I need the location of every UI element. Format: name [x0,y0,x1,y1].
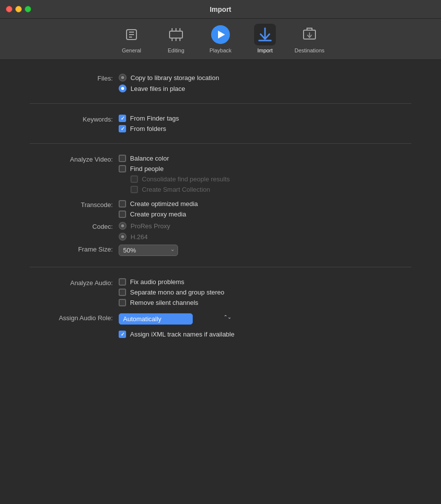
analyze-audio-section: Analyze Audio: Fix audio problems Separa… [30,278,411,306]
frame-size-select[interactable]: 50% 25% 100% [119,245,178,256]
balance-color-checkbox[interactable] [119,155,126,162]
consolidate-label: Consolidate find people results [142,175,230,183]
codec-prores-row: ProRes Proxy [119,222,170,230]
codec-row: Codec: ProRes Proxy H.264 [30,222,411,241]
smart-collection-checkbox[interactable] [131,186,138,193]
analyze-video-label: Analyze Video: [30,155,119,163]
codec-controls: ProRes Proxy H.264 [119,222,170,241]
audio-role-select-wrap: Automatically Dialog Music Effects [119,313,234,325]
fix-audio-row: Fix audio problems [119,278,224,286]
separate-mono-row: Separate mono and group stereo [119,289,224,296]
tab-general[interactable]: General [109,22,154,55]
remove-silent-label: Remove silent channels [130,299,198,306]
transcode-section: Transcode: Create optimized media Create… [30,200,411,256]
tab-import[interactable]: Import [243,22,287,55]
files-label: Files: [30,74,119,82]
minimize-button[interactable] [15,6,22,12]
transcode-controls: Create optimized media Create proxy medi… [119,200,198,218]
keywords-controls: From Finder tags From folders [119,115,179,132]
tab-import-label: Import [257,47,272,53]
files-leave-row: Leave files in place [119,84,219,92]
assign-ixml-row: Assign iXML track names if available [119,331,234,338]
window-title: Import [210,5,231,13]
import-icon [254,24,276,45]
optimized-media-label: Create optimized media [130,200,198,208]
files-leave-label: Leave files in place [131,85,185,92]
fix-audio-label: Fix audio problems [130,278,184,286]
files-copy-row: Copy to library storage location [119,74,219,82]
proxy-media-label: Create proxy media [130,210,186,218]
frame-size-controls: 50% 25% 100% [119,245,178,256]
files-copy-radio[interactable] [119,74,127,82]
tab-destinations[interactable]: Destinations [287,22,332,55]
files-leave-radio[interactable] [119,84,127,92]
frame-size-row: Frame Size: 50% 25% 100% [30,245,411,256]
codec-h264-row: H.264 [119,233,170,241]
assign-audio-role-controls: Automatically Dialog Music Effects Assig… [119,313,234,338]
separate-mono-checkbox[interactable] [119,289,126,296]
codec-prores-radio[interactable] [119,222,127,230]
smart-collection-row: Create Smart Collection [119,186,230,193]
keywords-row: Keywords: From Finder tags From folders [30,115,411,132]
fix-audio-checkbox[interactable] [119,278,126,286]
assign-ixml-checkbox[interactable] [119,331,126,338]
editing-icon [165,24,187,45]
find-people-label: Find people [130,165,164,172]
analyze-audio-controls: Fix audio problems Separate mono and gro… [119,278,224,306]
tab-destinations-label: Destinations [295,47,325,53]
files-copy-label: Copy to library storage location [131,74,219,82]
divider-1 [30,103,411,104]
codec-prores-label: ProRes Proxy [131,222,170,230]
balance-color-label: Balance color [130,155,169,162]
divider-3 [30,267,411,267]
remove-silent-row: Remove silent channels [119,299,224,306]
files-row: Files: Copy to library storage location … [30,74,411,92]
tab-playback[interactable]: Playback [198,22,243,55]
divider-2 [30,143,411,144]
toolbar: General Editing Playback [0,19,441,60]
assign-ixml-label: Assign iXML track names if available [130,331,234,338]
keywords-finder-checkbox[interactable] [119,115,126,122]
balance-color-row: Balance color [119,155,230,162]
consolidate-row: Consolidate find people results [119,175,230,183]
audio-role-select[interactable]: Automatically Dialog Music Effects [119,313,193,325]
keywords-finder-row: From Finder tags [119,115,179,122]
general-icon [121,24,142,45]
separate-mono-label: Separate mono and group stereo [130,289,224,296]
consolidate-checkbox[interactable] [131,175,138,183]
codec-h264-radio[interactable] [119,233,127,241]
transcode-row: Transcode: Create optimized media Create… [30,200,411,218]
title-bar: Import [0,0,441,19]
proxy-media-row: Create proxy media [119,210,198,218]
keywords-folders-label: From folders [130,125,166,132]
analyze-video-controls: Balance color Find people Consolidate fi… [119,155,230,193]
main-content: Files: Copy to library storage location … [0,60,441,504]
proxy-media-checkbox[interactable] [119,210,126,218]
assign-audio-role-section: Assign Audio Role: Automatically Dialog … [30,313,411,338]
files-section: Files: Copy to library storage location … [30,74,411,92]
keywords-folders-checkbox[interactable] [119,125,126,132]
analyze-video-row: Analyze Video: Balance color Find people… [30,155,411,193]
codec-label: Codec: [30,222,119,230]
traffic-lights [6,6,31,12]
destinations-icon [299,24,320,45]
playback-icon [210,24,231,45]
analyze-audio-row: Analyze Audio: Fix audio problems Separa… [30,278,411,306]
tab-editing[interactable]: Editing [154,22,198,55]
analyze-audio-label: Analyze Audio: [30,278,119,287]
find-people-checkbox[interactable] [119,165,126,172]
frame-size-label: Frame Size: [30,245,119,253]
assign-audio-role-row: Assign Audio Role: Automatically Dialog … [30,313,411,338]
find-people-row: Find people [119,165,230,172]
zoom-button[interactable] [25,6,31,12]
tab-editing-label: Editing [168,47,184,53]
tab-general-label: General [122,47,141,53]
close-button[interactable] [6,6,12,12]
transcode-label: Transcode: [30,200,119,209]
codec-h264-label: H.264 [131,233,148,241]
frame-size-section: Frame Size: 50% 25% 100% [30,245,411,256]
keywords-finder-label: From Finder tags [130,115,179,122]
frame-size-select-wrap: 50% 25% 100% [119,245,178,256]
optimized-media-checkbox[interactable] [119,200,126,208]
remove-silent-checkbox[interactable] [119,299,126,306]
